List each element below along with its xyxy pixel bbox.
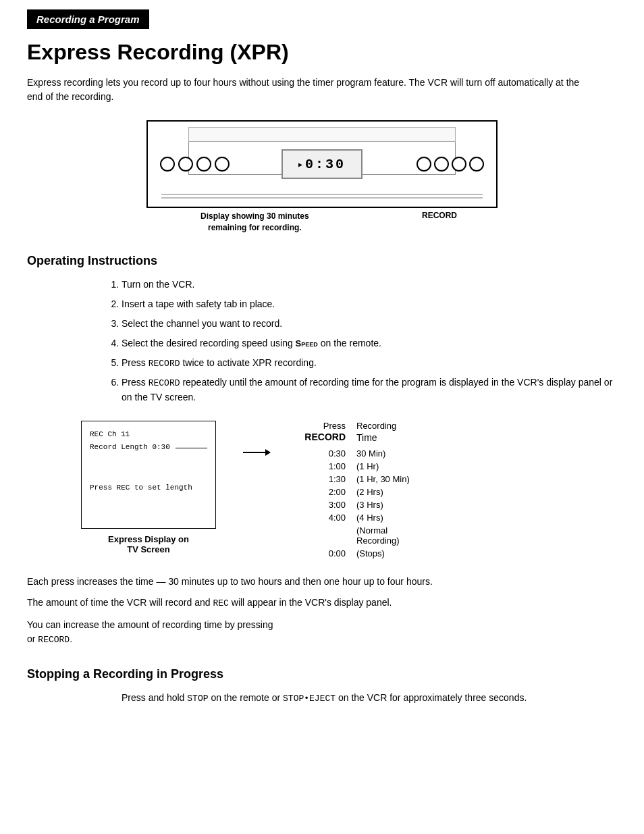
operating-instructions-heading: Operating Instructions [27,254,617,268]
tv-screen-content: REC Ch 11 Record Length 0:30 Press REC t… [90,428,207,495]
arrow-head [265,449,271,456]
time-val-3: (1 Hr, 30 Min) [351,474,432,484]
press-val-3: 1:30 [297,474,351,484]
col-time-header: Recording Time [351,421,405,444]
intro-paragraph: Express recording lets you record up to … [27,76,581,104]
vcr-left-buttons [160,157,230,172]
vcr-diagram: ▶ 0:30 Display showing 30 minutes remain… [27,120,617,234]
vcr-device: ▶ 0:30 [146,120,498,208]
vcr-rbutton-3 [452,157,466,172]
steps-list: Turn on the VCR. Insert a tape with safe… [122,278,617,405]
record-table-area: REC Ch 11 Record Length 0:30 Press REC t… [81,421,617,561]
tv-caption-line1: Express Display on [108,534,189,544]
vcr-record-label: RECORD [422,211,457,220]
col-time-label: Recording [356,421,405,432]
tv-screen-caption: Express Display on TV Screen [108,534,189,554]
col-press-bold: RECORD [297,432,346,442]
time-val-5: (3 Hrs) [351,500,432,510]
arrow-connector [243,421,270,453]
tv-screen-container: REC Ch 11 Record Length 0:30 Press REC t… [81,421,216,554]
step-1: Turn on the VCR. [122,278,617,292]
press-val-4: 2:00 [297,487,351,497]
para-1: Each press increases the time — 30 minut… [27,575,581,590]
vcr-rbutton-2 [434,157,449,172]
table-row: 1:00 (1 Hr) [297,461,473,471]
press-val-2: 1:00 [297,461,351,471]
vcr-bar-2 [161,197,483,199]
section-label-text: Recording a Program [36,14,140,25]
page-title: Express Recording (XPR) [27,40,617,65]
step-3: Select the channel you want to record. [122,317,617,331]
press-val-6: 4:00 [297,513,351,523]
vcr-bar-1 [161,194,483,195]
press-val-7 [297,525,351,546]
main-content: Express Recording (XPR) Express recordin… [0,29,644,733]
vcr-display-panel: ▶ 0:30 [281,149,363,179]
tv-screen-box: REC Ch 11 Record Length 0:30 Press REC t… [81,421,216,529]
col-time-bold: Time [356,432,405,444]
vcr-button-2 [178,157,193,172]
step-4: Select the desired recording speed using… [122,336,617,350]
table-row: 4:00 (4 Hrs) [297,513,473,523]
vcr-bottom-bars [148,194,496,199]
tv-caption-line2: TV Screen [127,544,170,554]
vcr-rbutton-4 [469,157,484,172]
tv-spacer [90,454,207,481]
vcr-caption-left: Display showing 30 minutes remaining for… [200,211,309,234]
vcr-button-4 [215,157,230,172]
tv-line-2-text: Record Length 0:30 [90,441,170,454]
table-row: 1:30 (1 Hr, 30 Min) [297,474,473,484]
vcr-display-arrow: ▶ [298,161,302,168]
table-row: 0:30 30 Min) [297,448,473,459]
time-val-2: (1 Hr) [351,461,432,471]
vcr-caption-left-line2: remaining for recording. [208,223,302,232]
step-5: Press RECORD twice to activate XPR recor… [122,356,617,371]
vcr-captions: Display showing 30 minutes remaining for… [146,211,498,234]
vcr-rbutton-1 [417,157,431,172]
time-val-7: (Normal Recording) [351,525,432,546]
stopping-heading: Stopping a Recording in Progress [27,667,617,681]
time-val-6: (4 Hrs) [351,513,432,523]
stopping-section: Stopping a Recording in Progress Press a… [27,667,617,706]
vcr-caption-left-line1: Display showing 30 minutes [200,211,309,221]
para-3: You can increase the amount of recording… [27,618,581,648]
table-row: 0:00 (Stops) [297,548,473,558]
para-2: The amount of time the VCR will record a… [27,596,581,610]
tv-line-5: Press REC to set length [90,481,207,495]
para-1-text: Each press increases the time — 30 minut… [27,576,433,587]
table-row: (Normal Recording) [297,525,473,546]
vcr-right-buttons [417,157,484,172]
press-val-5: 3:00 [297,500,351,510]
vcr-button-3 [196,157,211,172]
step-2: Insert a tape with safety tab in place. [122,297,617,311]
step-2-text: Insert a tape with safety tab in place. [122,298,275,309]
record-table-header: Press RECORD Recording Time [297,421,473,444]
vcr-button-1 [160,157,175,172]
col-press-label: Press [297,421,346,432]
step-6: Press RECORD repeatedly until the amount… [122,375,617,405]
vcr-display-time: 0:30 [305,157,346,172]
press-val-1: 0:30 [297,448,351,459]
time-val-1: 30 Min) [351,448,432,459]
time-val-4: (2 Hrs) [351,487,432,497]
press-val-8: 0:00 [297,548,351,558]
stopping-content: Press and hold STOP on the remote or STO… [122,691,540,706]
step-1-text: Turn on the VCR. [122,279,194,290]
col-press-header: Press RECORD [297,421,351,444]
table-row: 2:00 (2 Hrs) [297,487,473,497]
tape-slot [188,127,456,142]
arrow-line [243,452,270,453]
table-row: 3:00 (3 Hrs) [297,500,473,510]
section-label: Recording a Program [27,9,149,29]
record-table: Press RECORD Recording Time 0:30 30 Min)… [297,421,473,561]
step-3-text: Select the channel you want to record. [122,318,282,329]
tv-line-1: REC Ch 11 [90,428,207,442]
tv-line-2: Record Length 0:30 [90,441,207,454]
vcr-caption-right: RECORD [422,211,457,234]
time-val-8: (Stops) [351,548,432,558]
